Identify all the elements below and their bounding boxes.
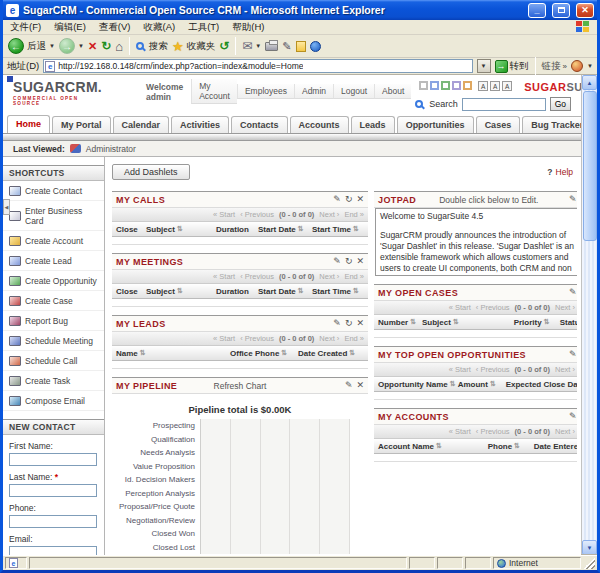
- close-dashlet-icon[interactable]: ✕: [356, 319, 364, 328]
- pagination-start[interactable]: « Start: [213, 334, 235, 343]
- stop-button[interactable]: ✕: [88, 41, 97, 52]
- plugin-dropdown-icon[interactable]: ▼: [587, 63, 593, 69]
- address-url[interactable]: http://192.168.0.148/crm/index.php?actio…: [58, 61, 303, 71]
- pagination-end[interactable]: End »: [344, 334, 364, 343]
- sidebar-item-schedule-call[interactable]: Schedule Call: [3, 351, 104, 371]
- pagination-start[interactable]: « Start: [213, 210, 235, 219]
- forward-button[interactable]: → ▼: [59, 38, 84, 54]
- column-date-created[interactable]: Date Created⇅: [298, 349, 364, 358]
- pagination-previous[interactable]: ‹ Previous: [476, 303, 510, 312]
- nav-employees[interactable]: Employees: [237, 84, 294, 99]
- tab-contacts[interactable]: Contacts: [231, 116, 288, 133]
- menu-tools[interactable]: 工具(T): [188, 21, 219, 34]
- favorites-button[interactable]: ★ 收藏夹: [172, 40, 215, 53]
- tab-accounts[interactable]: Accounts: [290, 116, 349, 133]
- first-name-field[interactable]: [9, 453, 97, 466]
- font-size-small[interactable]: A: [478, 81, 488, 91]
- theme-green-swatch[interactable]: [441, 81, 450, 90]
- column-close[interactable]: Close: [116, 287, 144, 296]
- column-start-date[interactable]: Start Date⇅: [258, 287, 310, 296]
- jotpad-body[interactable]: Welcome to SugarSuite 4.5 SugarCRM proud…: [375, 208, 577, 276]
- column-account-name[interactable]: Account Name⇅: [378, 442, 486, 451]
- refresh-dashlet-icon[interactable]: ↻: [345, 319, 353, 328]
- column-start-time[interactable]: Start Time⇅: [312, 287, 364, 296]
- column-duration[interactable]: Duration: [216, 287, 256, 296]
- edit-dashlet-icon[interactable]: ✎: [333, 195, 341, 204]
- last-name-field[interactable]: [9, 484, 97, 497]
- tab-bug-tracker[interactable]: Bug Tracker: [522, 116, 581, 133]
- sidebar-item-enter-business-card[interactable]: Enter Business Card: [3, 201, 104, 231]
- theme-white-swatch[interactable]: [419, 81, 428, 90]
- menu-favorites[interactable]: 收藏(A): [143, 21, 175, 34]
- print-button[interactable]: [265, 42, 278, 51]
- tab-cases[interactable]: Cases: [476, 116, 521, 133]
- pagination-previous[interactable]: ‹ Previous: [476, 427, 510, 436]
- column-subject[interactable]: Subject⇅: [146, 225, 214, 234]
- pagination-start[interactable]: « Start: [449, 365, 471, 374]
- font-size-medium[interactable]: A: [490, 81, 500, 91]
- back-button[interactable]: ← 后退 ▼: [8, 38, 55, 54]
- menu-edit[interactable]: 编辑(E): [54, 21, 86, 34]
- pagination-next[interactable]: Next ›: [555, 427, 575, 436]
- column-priority[interactable]: Priority⇅: [514, 318, 558, 327]
- theme-blue-swatch[interactable]: [430, 81, 439, 90]
- phone-field[interactable]: [9, 515, 97, 528]
- mail-button[interactable]: ✉ ▼: [242, 40, 261, 52]
- nav-admin[interactable]: Admin: [294, 84, 333, 99]
- column-office-phone[interactable]: Office Phone⇅: [230, 349, 296, 358]
- sidebar-item-create-account[interactable]: Create Account: [3, 231, 104, 251]
- nav-logout[interactable]: Logout: [333, 84, 374, 99]
- edit-dashlet-icon[interactable]: ✎: [345, 381, 353, 390]
- menu-view[interactable]: 查看(V): [99, 21, 131, 34]
- crm-search-input[interactable]: [462, 98, 546, 111]
- column-expected-close-date[interactable]: Expected Close Date▾: [506, 380, 577, 389]
- pagination-next[interactable]: Next ›: [319, 272, 339, 281]
- forward-dropdown-icon[interactable]: ▼: [78, 43, 84, 49]
- pagination-end[interactable]: End »: [344, 210, 364, 219]
- close-dashlet-icon[interactable]: ✕: [356, 257, 364, 266]
- column-subject[interactable]: Subject⇅: [146, 287, 214, 296]
- column-status[interactable]: Status⇅: [560, 318, 577, 327]
- scroll-down-icon[interactable]: ▼: [582, 540, 597, 555]
- resize-grip[interactable]: [583, 557, 595, 569]
- edit-dashlet-icon[interactable]: ✎: [569, 288, 577, 297]
- pagination-previous[interactable]: ‹ Previous: [240, 334, 274, 343]
- sidebar-item-report-bug[interactable]: Report Bug: [3, 311, 104, 331]
- font-size-large[interactable]: A: [502, 81, 512, 91]
- column-start-time[interactable]: Start Time⇅: [312, 225, 364, 234]
- close-dashlet-icon[interactable]: ✕: [356, 381, 364, 390]
- scroll-thumb[interactable]: [583, 91, 597, 241]
- last-viewed-administrator[interactable]: Administrator: [86, 144, 136, 154]
- tab-opportunities[interactable]: Opportunities: [397, 116, 474, 133]
- tab-leads[interactable]: Leads: [351, 116, 395, 133]
- messenger-button[interactable]: [310, 41, 321, 52]
- nav-about[interactable]: About: [374, 84, 411, 99]
- column-duration[interactable]: Duration: [216, 225, 256, 234]
- scroll-up-icon[interactable]: ▲: [582, 75, 597, 90]
- discuss-button[interactable]: [296, 41, 306, 52]
- pagination-next[interactable]: Next ›: [555, 303, 575, 312]
- edit-dashlet-icon[interactable]: ✎: [569, 195, 577, 204]
- nav-my-account[interactable]: My Account: [191, 79, 237, 104]
- pagination-next[interactable]: Next ›: [555, 365, 575, 374]
- refresh-button[interactable]: ↻: [101, 40, 111, 52]
- crm-search-go-button[interactable]: Go: [550, 97, 571, 111]
- address-field[interactable]: e http://192.168.0.148/crm/index.php?act…: [43, 59, 472, 73]
- back-dropdown-icon[interactable]: ▼: [49, 43, 55, 49]
- minimize-button[interactable]: _: [528, 3, 546, 18]
- pagination-previous[interactable]: ‹ Previous: [476, 365, 510, 374]
- column-name[interactable]: Name⇅: [116, 349, 228, 358]
- menu-file[interactable]: 文件(F): [10, 21, 41, 34]
- edit-button[interactable]: ✎: [282, 41, 291, 52]
- sidebar-item-schedule-meeting[interactable]: Schedule Meeting: [3, 331, 104, 351]
- refresh-dashlet-icon[interactable]: ↻: [345, 257, 353, 266]
- tab-activities[interactable]: Activities: [171, 116, 229, 133]
- refresh-dashlet-icon[interactable]: ↻: [345, 195, 353, 204]
- sugarcrm-logo[interactable]: SUGARCRM. COMMERCIAL OPEN SOURCE: [13, 78, 102, 106]
- column-start-date[interactable]: Start Date⇅: [258, 225, 310, 234]
- pagination-start[interactable]: « Start: [213, 272, 235, 281]
- theme-orange-swatch[interactable]: [463, 81, 472, 90]
- tab-home[interactable]: Home: [7, 115, 50, 133]
- theme-purple-swatch[interactable]: [452, 81, 461, 90]
- column-phone[interactable]: Phone⇅: [488, 442, 532, 451]
